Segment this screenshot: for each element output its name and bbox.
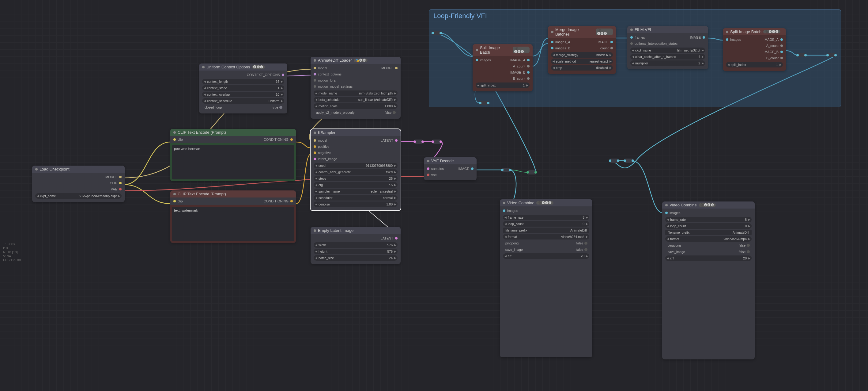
reroute[interactable]	[433, 140, 441, 144]
node-split-image-batch-1[interactable]: Split Image Batch🎥🅥🅗🅢 images IMAGE_A A_c…	[473, 44, 533, 91]
node-uniform-context-options[interactable]: Uniform Context Options🅗🅐🅓 CONTEXT_OPTIO…	[199, 63, 287, 113]
node-load-checkpoint[interactable]: Load Checkpoint MODEL CLIP VAE ◀ckpt_nam…	[32, 166, 125, 202]
reroute[interactable]	[625, 159, 633, 163]
node-clip-text-encode-positive[interactable]: CLIP Text Encode (Prompt) clipCONDITIONI…	[170, 129, 296, 181]
node-ksampler[interactable]: KSampler model positive negative latent_…	[311, 129, 401, 211]
reroute[interactable]	[828, 53, 836, 57]
reroute[interactable]	[798, 53, 806, 57]
node-video-combine-1[interactable]: Video Combine🎥🅥🅗🅢 images ◀frame_rate8▶ ◀…	[500, 199, 592, 357]
reroute[interactable]	[528, 170, 536, 174]
reroute[interactable]	[415, 140, 423, 144]
reroute[interactable]	[480, 101, 488, 105]
node-empty-latent-image[interactable]: Empty Latent Image LATENT ◀width576▶ ◀he…	[311, 227, 401, 264]
ckpt-name-widget[interactable]: ◀ckpt_namev1-5-pruned-emaonly.ckpt▶	[35, 193, 122, 199]
badge-icon: 🎭🅐🅓	[354, 59, 368, 62]
node-clip-text-encode-negative[interactable]: CLIP Text Encode (Prompt) clipCONDITIONI…	[170, 191, 296, 243]
node-merge-image-batches[interactable]: Merge Image Batches🎥🅥🅗🅢 images_Aimages_B…	[548, 26, 616, 74]
negative-prompt-textarea[interactable]: text, watermark	[172, 207, 294, 241]
badge-icon: 🅗🅐🅓	[252, 65, 265, 69]
canvas[interactable]: T: 0.00s I: 0 N: 18 [18] V: 94 FPS:125.0…	[0, 0, 868, 391]
node-film-vfi[interactable]: FILM VFI framesoptional_interpolation_st…	[627, 26, 708, 69]
node-animatediff-loader[interactable]: AnimateDiff Loader🎭🅐🅓 model context_opti…	[311, 57, 401, 119]
reroute[interactable]	[610, 159, 618, 163]
node-split-image-batch-2[interactable]: Split Image Batch🎥🅥🅗🅢 images IMAGE_A A_c…	[723, 28, 786, 71]
perf-stats: T: 0.00s I: 0 N: 18 [18] V: 94 FPS:125.0…	[3, 242, 21, 262]
reroute[interactable]	[433, 31, 441, 35]
node-vae-decode[interactable]: VAE Decode samples vae IMAGE	[424, 157, 476, 180]
group-title: Loop-Friendly VFI	[429, 9, 841, 22]
positive-prompt-textarea[interactable]: pee wee herman	[172, 145, 294, 179]
reroute[interactable]	[502, 168, 510, 172]
node-video-combine-2[interactable]: Video Combine🎥🅥🅗🅢 images ◀frame_rate8▶ ◀…	[662, 201, 755, 359]
